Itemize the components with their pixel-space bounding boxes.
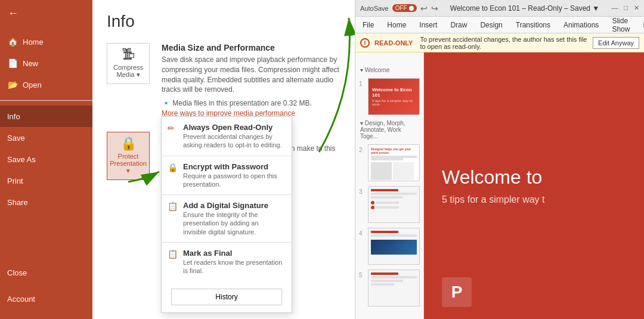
tab-slideshow[interactable]: Slide Show [609,16,632,35]
slide-5-content [369,270,419,288]
sidebar-item-label: Save [7,134,25,143]
preview-subtitle: 5 tips for a simpler way t [442,194,626,205]
slide-thumbnail-2[interactable]: Designer helps you get your point across… [368,144,420,181]
tab-animations[interactable]: Animations [561,20,601,30]
tab-design[interactable]: Design [478,20,504,30]
group-label-design: ▾ Design, Morph, Annotate, Work Toge... [359,120,420,140]
sidebar-item-saveas[interactable]: Save As [0,148,92,170]
sidebar-item-open[interactable]: 📂 Open [0,74,92,95]
markfinal-icon: 📋 [168,249,178,259]
sidebar-item-account[interactable]: Account [0,288,92,309]
compress-icon: 🗜 [122,48,135,61]
title-bar-title: Welcome to Econ 101 – Read-Only – Saved … [442,4,608,13]
slide-preview-content: Welcome to 5 tips for a simpler way t P [424,52,644,319]
slide-thumbnail-3[interactable] [368,186,420,223]
password-icon: 🔒 [168,163,178,172]
sidebar-item-label: Share [7,198,28,207]
password-desc: Require a password to open this presenta… [183,172,283,189]
sidebar-item-label: Print [7,176,23,185]
media-size-bullet: 🔹 Media files in this presentation are 0… [162,98,340,109]
dropdown-item-password[interactable]: 🔒 Encrypt with Password Require a passwo… [162,156,292,195]
sidebar-item-home[interactable]: 🏠 Home [0,31,92,52]
history-button[interactable]: History [171,289,282,305]
tab-transitions[interactable]: Transitions [513,20,553,30]
slide-thumb-row-5: 5 [359,270,420,306]
undo-button[interactable]: ↩ [420,4,428,13]
sidebar-item-label: Home [23,38,44,47]
readonly-title: Always Open Read-Only [183,123,283,132]
window-controls: — □ ✕ [611,4,639,12]
sidebar-item-save[interactable]: Save [0,127,92,148]
dropdown-item-signature[interactable]: 📋 Add a Digital Signature Ensure the int… [162,195,292,242]
sidebar-item-print[interactable]: Print [0,170,92,191]
markfinal-desc: Let readers know the presentation is fin… [183,258,283,275]
sidebar-item-label: New [23,59,38,68]
redo-button[interactable]: ↪ [431,4,438,13]
slide-thumbnail-4[interactable] [368,228,420,265]
preview-logo: P [442,277,472,307]
edit-anyway-button[interactable]: Edit Anyway [593,37,639,49]
tab-review[interactable]: Review [640,20,644,30]
left-panel: ← 🏠 Home 📄 New 📂 Open Info Save Save [0,0,355,319]
sidebar: ← 🏠 Home 📄 New 📂 Open Info Save Save [0,0,92,319]
slide-num-2: 2 [359,147,365,153]
toggle-dot [409,6,414,11]
media-size-title: Media Size and Performance [162,43,340,52]
slide-thumb-row-3: 3 [359,186,420,223]
autosave-toggle[interactable]: OFF [392,4,417,12]
readonly-label: READ-ONLY [374,39,413,47]
tab-insert[interactable]: Insert [417,20,439,30]
slide-num-1: 1 [359,80,365,87]
sidebar-item-share[interactable]: Share [0,191,92,213]
autosave-label: AutoSave [360,5,389,12]
title-bar: AutoSave OFF ↩ ↪ Welcome to Econ 101 – R… [355,0,644,17]
dropdown-item-markfinal[interactable]: 📋 Mark as Final Let readers know the pre… [162,243,292,281]
dropdown-item-readonly[interactable]: ✏ Always Open Read-Only Prevent accident… [162,117,292,156]
protect-icon: 🔒 [120,137,137,150]
info-icon: i [360,38,370,48]
group-label-welcome: ▾ Welcome [359,67,420,73]
slide-thumbnail-1[interactable]: Welcome to Econ 101 5 tips for a simpler… [368,78,420,115]
close-button[interactable]: ✕ [634,4,639,12]
signature-icon: 📋 [168,202,178,211]
readonly-icon: ✏ [168,123,175,133]
compress-media-button[interactable]: 🗜 Compress Media ▾ [107,43,150,84]
sidebar-item-label: Open [23,80,42,89]
slide-thumbnail-5[interactable] [368,270,420,306]
ribbon: File Home Insert Draw Design Transitions… [355,17,644,33]
protect-presentation-button[interactable]: 🔒 Protect Presentation ▾ [107,132,150,180]
slide-preview: Welcome to 5 tips for a simpler way t P [424,52,644,319]
media-size-desc: Save disk space and improve playback per… [162,55,340,95]
main-content: Info 🗜 Compress Media ▾ Media Size and P… [92,0,355,319]
p-logo-text: P [451,283,463,302]
sidebar-nav: 🏠 Home 📄 New 📂 Open Info Save Save As [0,26,92,283]
sidebar-item-info[interactable]: Info [0,106,92,127]
tab-home[interactable]: Home [385,20,408,30]
compress-label: Compress Media ▾ [113,64,143,79]
password-title: Encrypt with Password [183,162,283,171]
markfinal-title: Mark as Final [183,249,283,258]
signature-title: Add a Digital Signature [183,201,283,210]
sidebar-bottom: Account [0,283,92,319]
protect-label: Protect Presentation ▾ [110,153,147,175]
preview-title: Welcome to [442,166,626,188]
tab-draw[interactable]: Draw [448,20,469,30]
slide-thumb-row-2: 2 Designer helps you get your point acro… [359,144,420,181]
tab-file[interactable]: File [360,20,376,30]
right-panel: AutoSave OFF ↩ ↪ Welcome to Econ 101 – R… [355,0,644,319]
minimize-button[interactable]: — [611,4,618,12]
sidebar-item-close[interactable]: Close [0,262,92,283]
slide-2-content: Designer helps you get your point across… [369,145,419,181]
back-button[interactable]: ← [0,0,26,26]
home-icon: 🏠 [7,37,18,47]
readonly-desc: Prevent accidental changes by asking rea… [183,132,283,150]
new-icon: 📄 [7,58,18,68]
sidebar-item-new[interactable]: 📄 New [0,52,92,74]
slide-1-title: Welcome to Econ 101 [372,87,416,98]
slide-4-content [369,228,419,257]
media-size-section: 🗜 Compress Media ▾ Media Size and Perfor… [107,43,340,117]
slide-3-content [369,187,419,212]
maximize-button[interactable]: □ [624,4,628,12]
sidebar-item-label: Account [7,295,35,303]
slide-1-subtitle: 5 tips for a simpler way to work [372,99,416,106]
